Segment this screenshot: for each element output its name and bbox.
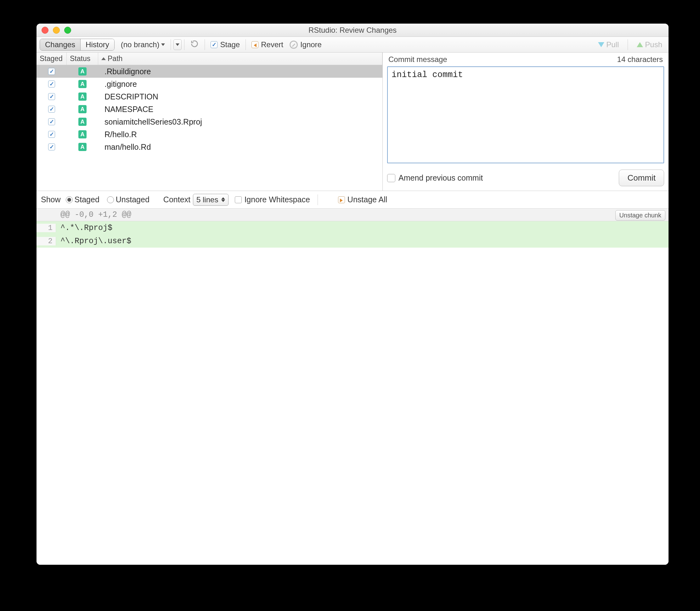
staged-checkbox[interactable] [48,118,55,125]
commit-header: Commit message 14 characters [383,53,669,66]
commit-pane: Commit message 14 characters Amend previ… [383,53,669,191]
file-path: DESCRIPTION [98,92,382,101]
line-content: ^.*\.Rproj$ [56,223,112,233]
branch-label: (no branch) [121,40,160,49]
status-badge: A [78,118,87,126]
diff-toolbar: Show Staged Unstaged Context 5 lines Ign… [37,191,669,209]
commit-message-label: Commit message [389,55,447,64]
diff-line-added[interactable]: 1^.*\.Rproj$ [37,221,669,234]
chevron-down-icon [176,43,179,46]
tab-changes[interactable]: Changes [40,39,80,50]
branch-selector[interactable]: (no branch) [121,40,165,49]
file-path: NAMESPACE [98,105,382,114]
status-badge: A [78,143,87,151]
unstage-all-label: Unstage All [348,195,387,204]
review-changes-window: RStudio: Review Changes Changes History … [37,24,669,565]
revert-icon [251,41,259,48]
push-button[interactable]: Push [633,39,666,50]
ignore-whitespace-label: Ignore Whitespace [244,195,310,204]
status-badge: A [78,92,87,101]
context-value: 5 lines [196,195,218,204]
staged-checkbox[interactable] [48,68,55,75]
stage-label: Stage [220,40,240,49]
stepper-icon [221,197,225,202]
branch-dropdown-button[interactable] [173,39,181,50]
ignore-button[interactable]: Ignore [290,40,322,49]
tab-history[interactable]: History [80,39,114,50]
file-row[interactable]: AR/hello.R [37,128,382,140]
staged-label: Staged [75,195,100,204]
right-toolbar: Pull Push [595,39,666,50]
refresh-button[interactable] [190,39,199,50]
commit-char-count: 14 characters [617,55,663,64]
pull-label: Pull [606,40,619,49]
checkbox-checked-icon [210,41,218,48]
separator [184,39,185,50]
line-number: 1 [37,224,56,232]
checkbox-icon [235,196,242,203]
staged-checkbox[interactable] [48,106,55,113]
stage-button[interactable]: Stage [210,40,240,49]
staged-checkbox[interactable] [48,131,55,138]
staged-checkbox[interactable] [48,93,55,100]
diff-hunk-header: @@ -0,0 +1,2 @@ Unstage chunk [37,209,669,221]
file-path: R/hello.R [98,130,382,139]
show-unstaged-radio[interactable]: Unstaged [107,195,149,204]
titlebar: RStudio: Review Changes [37,24,669,37]
hunk-range: @@ -0,0 +1,2 @@ [56,210,131,219]
file-row[interactable]: ADESCRIPTION [37,90,382,103]
pull-button[interactable]: Pull [595,39,622,50]
file-row[interactable]: Aman/hello.Rd [37,140,382,153]
file-row[interactable]: ANAMESPACE [37,103,382,116]
files-pane: Staged Status Path A.RbuildignoreA.gitig… [37,53,383,191]
separator [318,194,318,205]
push-label: Push [645,40,662,49]
column-path-label: Path [108,55,122,63]
file-row[interactable]: AsoniamitchellSeries03.Rproj [37,116,382,128]
unstage-chunk-button[interactable]: Unstage chunk [615,210,666,221]
commit-message-input[interactable] [387,66,664,163]
column-header-status[interactable]: Status [67,53,98,65]
unstage-all-button[interactable]: Unstage All [338,195,387,204]
column-header-path[interactable]: Path [98,53,382,65]
refresh-icon [190,39,199,50]
files-list: A.RbuildignoreA.gitignoreADESCRIPTIONANA… [37,65,382,191]
files-header: Staged Status Path [37,53,382,65]
status-badge: A [78,105,87,113]
view-segmented-control: Changes History [40,39,115,51]
diff-line-added[interactable]: 2^\.Rproj\.user$ [37,234,669,248]
separator [246,39,246,50]
radio-icon [107,196,114,203]
status-badge: A [78,67,87,75]
column-header-staged[interactable]: Staged [37,53,67,65]
separator [628,39,628,50]
line-number: 2 [37,237,56,245]
commit-footer: Amend previous commit Commit [383,166,669,191]
show-label: Show [41,195,61,204]
radio-selected-icon [66,196,73,203]
diff-view: @@ -0,0 +1,2 @@ Unstage chunk 1^.*\.Rpro… [37,209,669,565]
staged-checkbox[interactable] [48,144,55,150]
revert-button[interactable]: Revert [251,40,283,49]
status-badge: A [78,130,87,138]
file-row[interactable]: A.Rbuildignore [37,65,382,78]
staged-checkbox[interactable] [48,80,55,88]
ignore-whitespace-checkbox[interactable]: Ignore Whitespace [235,195,310,204]
file-path: .gitignore [98,79,382,89]
commit-button[interactable]: Commit [619,169,664,186]
file-row[interactable]: A.gitignore [37,78,382,90]
show-staged-radio[interactable]: Staged [66,195,100,204]
unstage-icon [338,196,345,203]
amend-previous-checkbox[interactable]: Amend previous commit [387,173,483,182]
checkbox-icon [387,174,395,182]
context-lines-select[interactable]: 5 lines [193,194,229,206]
arrow-down-icon [598,42,604,47]
window-title: RStudio: Review Changes [37,26,669,35]
line-content: ^\.Rproj\.user$ [56,237,131,246]
file-path: .Rbuildignore [98,67,382,76]
context-label: Context [163,195,190,204]
ignore-label: Ignore [300,40,322,49]
status-badge: A [78,80,87,88]
revert-label: Revert [261,40,283,49]
chevron-down-icon [161,43,165,46]
